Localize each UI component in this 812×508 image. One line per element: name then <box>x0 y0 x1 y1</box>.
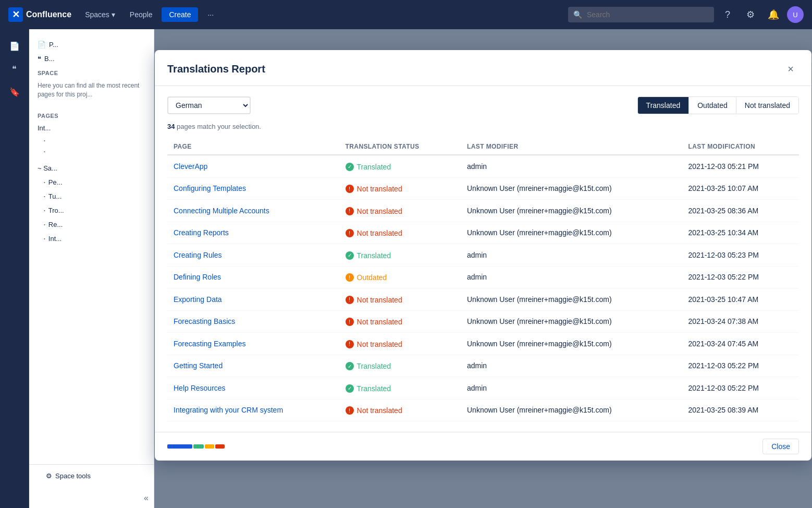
settings-button[interactable]: ⚙ <box>741 5 760 24</box>
progress-seg-green <box>193 444 204 449</box>
status-icon: ✓ <box>346 163 354 171</box>
filter-not-translated-button[interactable]: Not translated <box>736 97 798 114</box>
table-cell-modification: 2021-03-24 07:38 AM <box>682 310 799 333</box>
col-page: Page <box>167 139 339 155</box>
sidebar-icon-bookmark[interactable]: 🔖 <box>4 81 25 102</box>
gear-icon: ⚙ <box>46 472 52 480</box>
create-label: Create <box>169 10 191 19</box>
page-link[interactable]: Forecasting Examples <box>174 340 246 348</box>
page-link[interactable]: Getting Started <box>174 361 223 370</box>
modal-close-button[interactable]: × <box>782 61 799 77</box>
status-badge: !Outdated <box>346 273 387 282</box>
sidebar-icon-quote[interactable]: ❝ <box>4 58 25 79</box>
status-icon: ✓ <box>346 362 354 370</box>
confluence-logo-icon: ✕ <box>8 7 23 22</box>
table-cell-page: Creating Reports <box>167 222 339 244</box>
status-text: Translated <box>357 163 391 171</box>
table-cell-status: !Not translated <box>339 222 461 244</box>
close-icon: × <box>788 63 794 75</box>
page-link[interactable]: Integrating with your CRM system <box>174 406 283 414</box>
avatar[interactable]: U <box>787 6 804 23</box>
table-cell-status: ✓Translated <box>339 244 461 267</box>
left-panel-space-description: Here you can find all the most recent pa… <box>29 78 154 102</box>
status-text: Not translated <box>357 229 402 237</box>
table-cell-modifier: Unknown User (mreiner+maggie@k15t.com) <box>461 310 682 333</box>
more-nav-button[interactable]: ··· <box>202 7 219 22</box>
page-link[interactable]: Help Resources <box>174 384 226 392</box>
filter-outdated-button[interactable]: Outdated <box>689 97 736 114</box>
page-link[interactable]: Creating Rules <box>174 251 222 259</box>
left-panel-int[interactable]: Int... <box>29 121 154 135</box>
status-badge: ✓Translated <box>346 163 391 171</box>
left-panel-re[interactable]: • Re... <box>29 217 154 232</box>
table-cell-modifier: Unknown User (mreiner+maggie@k15t.com) <box>461 333 682 355</box>
spaces-chevron-icon: ▾ <box>112 10 115 19</box>
spaces-label: Spaces <box>85 10 109 19</box>
help-button[interactable]: ? <box>718 5 737 24</box>
page-link[interactable]: Defining Roles <box>174 273 221 281</box>
table-cell-page: Forecasting Examples <box>167 333 339 355</box>
table-cell-page: CleverApp <box>167 155 339 177</box>
table-cell-page: Help Resources <box>167 377 339 400</box>
left-panel-int2[interactable]: • Int... <box>29 232 154 246</box>
translations-report-modal: Translations Report × German French Span… <box>155 50 811 461</box>
status-icon: ✓ <box>346 384 354 393</box>
filter-buttons-group: Translated Outdated Not translated <box>637 96 799 114</box>
status-text: Translated <box>357 384 391 393</box>
page-link[interactable]: Connecting Multiple Accounts <box>174 207 269 215</box>
table-cell-status: !Outdated <box>339 266 461 288</box>
page-link[interactable]: CleverApp <box>174 162 207 171</box>
table-cell-status: ✓Translated <box>339 377 461 400</box>
status-badge: !Not translated <box>346 229 402 237</box>
space-section-label: SPACE <box>29 66 154 78</box>
spaces-nav-button[interactable]: Spaces ▾ <box>80 7 120 22</box>
quote-icon: ❝ <box>38 55 41 63</box>
search-input[interactable] <box>568 7 714 22</box>
left-panel-tu[interactable]: • Tu... <box>29 189 154 203</box>
table-cell-modification: 2021-03-25 10:47 AM <box>682 288 799 311</box>
settings-icon: ⚙ <box>746 9 755 20</box>
create-button[interactable]: Create <box>162 7 198 22</box>
left-panel-bullet2[interactable]: • <box>29 146 154 157</box>
page-link[interactable]: Creating Reports <box>174 228 229 237</box>
status-icon: ! <box>346 318 354 326</box>
collapse-panel-button[interactable]: « <box>144 493 149 503</box>
status-text: Not translated <box>357 185 402 193</box>
page-link[interactable]: Exporting Data <box>174 295 222 304</box>
table-cell-modifier: Unknown User (mreiner+maggie@k15t.com) <box>461 200 682 222</box>
modal-title: Translations Report <box>167 63 265 75</box>
filter-translated-label: Translated <box>646 101 681 110</box>
help-icon: ? <box>725 9 730 20</box>
col-modifier: Last Modifier <box>461 139 682 155</box>
table-row: Exporting Data!Not translatedUnknown Use… <box>167 288 799 311</box>
notifications-button[interactable]: 🔔 <box>764 5 783 24</box>
people-nav-button[interactable]: People <box>125 7 158 22</box>
table-cell-modifier: Unknown User (mreiner+maggie@k15t.com) <box>461 399 682 421</box>
page-content: 📄 P... ❝ B... SPACE Here you can find al… <box>29 29 812 508</box>
table-header-row: Page Translation Status Last Modifier La… <box>167 139 799 155</box>
left-panel-sa[interactable]: ~ Sa... <box>29 161 154 175</box>
pages-section-label: PAGES <box>29 108 154 121</box>
table-row: Integrating with your CRM system!Not tra… <box>167 399 799 421</box>
left-panel-tro[interactable]: • Tro... <box>29 203 154 217</box>
status-icon: ✓ <box>346 251 354 260</box>
modal-header: Translations Report × <box>155 50 811 86</box>
close-button[interactable]: Close <box>762 439 799 454</box>
left-panel-pe[interactable]: • Pe... <box>29 175 154 189</box>
app-logo[interactable]: ✕ Confluence <box>8 7 71 22</box>
status-icon: ! <box>346 185 354 193</box>
status-text: Not translated <box>357 318 402 326</box>
page-link[interactable]: Forecasting Basics <box>174 317 235 325</box>
language-select[interactable]: German French Spanish <box>167 96 251 114</box>
sidebar-icon-pages[interactable]: 📄 <box>4 35 25 56</box>
status-badge: !Not translated <box>346 185 402 193</box>
close-button-label: Close <box>771 442 790 451</box>
table-cell-page: Integrating with your CRM system <box>167 399 339 421</box>
space-tools-item[interactable]: ⚙ Space tools <box>38 469 145 483</box>
table-cell-modification: 2021-03-25 08:39 AM <box>682 399 799 421</box>
left-panel-bullet1[interactable]: • <box>29 135 154 146</box>
page-link[interactable]: Configuring Templates <box>174 184 246 192</box>
status-icon: ! <box>346 207 354 215</box>
table-body: CleverApp✓Translatedadmin2021-12-03 05:2… <box>167 155 799 421</box>
filter-translated-button[interactable]: Translated <box>638 97 690 114</box>
